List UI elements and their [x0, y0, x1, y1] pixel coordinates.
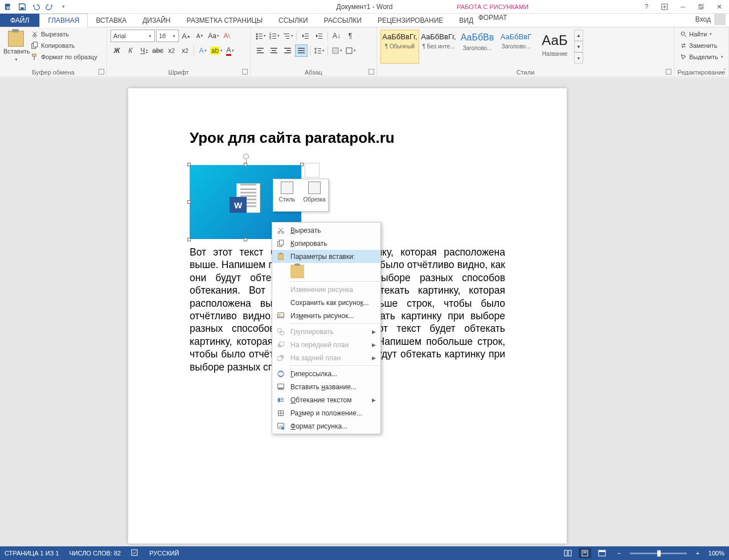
tab-page-layout[interactable]: РАЗМЕТКА СТРАНИЦЫ	[179, 14, 271, 27]
redo-icon[interactable]	[43, 1, 56, 13]
paragraph-dialog-launcher[interactable]	[368, 69, 374, 75]
increase-indent-icon[interactable]	[313, 30, 325, 42]
zoom-out-icon[interactable]: −	[613, 548, 625, 558]
font-dialog-launcher[interactable]	[242, 69, 248, 75]
svg-rect-33	[257, 52, 264, 53]
tab-references[interactable]: ССЫЛКИ	[271, 14, 316, 27]
show-marks-icon[interactable]: ¶	[344, 30, 357, 42]
find-button[interactable]: Найти▾	[678, 28, 725, 40]
sb-page[interactable]: СТРАНИЦА 1 ИЗ 1	[5, 550, 59, 557]
subscript-button[interactable]: x2	[165, 44, 178, 57]
italic-button[interactable]: К	[124, 44, 137, 57]
cm-format-picture[interactable]: Формат рисунка...	[272, 419, 380, 433]
style-heading1[interactable]: АаБбВвЗаголово...	[458, 30, 497, 64]
sort-icon[interactable]: A↓	[330, 30, 343, 42]
style-title[interactable]: АаБНазвание	[535, 30, 574, 64]
align-justify-icon[interactable]	[295, 44, 308, 57]
cm-size-position[interactable]: Размер и положение...	[272, 406, 380, 419]
align-right-icon[interactable]	[281, 44, 294, 57]
cm-edit-picture[interactable]: Изменить рисунок...	[272, 309, 380, 322]
style-heading2[interactable]: АаБбВвГЗаголово...	[497, 30, 535, 64]
resize-handle-b[interactable]	[244, 238, 247, 241]
resize-handle-bl[interactable]	[187, 238, 191, 241]
svg-rect-9	[34, 56, 35, 60]
font-color-icon[interactable]: A▾	[224, 44, 236, 57]
replace-button[interactable]: Заменить	[678, 40, 725, 51]
save-icon[interactable]	[16, 1, 28, 13]
shading-icon[interactable]: ▾	[330, 44, 343, 57]
cut-button[interactable]: Вырезать	[31, 28, 103, 40]
zoom-in-icon[interactable]: +	[691, 548, 704, 558]
minimize-icon[interactable]: ─	[675, 1, 690, 13]
maximize-icon[interactable]	[694, 1, 708, 13]
tab-insert[interactable]: ВСТАВКА	[88, 14, 134, 27]
change-case-icon[interactable]: Aa▾	[207, 30, 220, 42]
help-icon[interactable]: ?	[639, 1, 654, 13]
bold-button[interactable]: Ж	[110, 44, 123, 57]
clipboard-dialog-launcher[interactable]	[99, 69, 104, 75]
tab-format[interactable]: ФОРМАТ	[456, 14, 530, 22]
styles-scroll[interactable]: ▲▼▾	[574, 30, 583, 64]
underline-button[interactable]: Ч▾	[138, 44, 150, 57]
zoom-slider[interactable]	[630, 553, 687, 554]
shrink-font-icon[interactable]: A▼	[194, 30, 206, 42]
tab-review[interactable]: РЕЦЕНЗИРОВАНИЕ	[370, 14, 451, 27]
mini-crop-button[interactable]: Обрезка	[301, 179, 328, 211]
word-icon[interactable]: W	[2, 1, 15, 13]
decrease-indent-icon[interactable]	[299, 30, 312, 42]
multilevel-list-icon[interactable]: ▾	[281, 30, 294, 42]
rotate-handle[interactable]	[243, 154, 249, 159]
cm-wrap-text[interactable]: Обтекание текстом▶	[272, 393, 380, 406]
text-effects-icon[interactable]: A▾	[196, 44, 209, 57]
sb-language[interactable]: РУССКИЙ	[149, 550, 179, 557]
svg-rect-8	[32, 54, 36, 56]
borders-icon[interactable]: ▾	[344, 44, 357, 57]
line-spacing-icon[interactable]: ▾	[313, 44, 325, 57]
zoom-level[interactable]: 100%	[708, 550, 724, 557]
cm-insert-caption[interactable]: Вставить название...	[272, 380, 380, 393]
cm-copy[interactable]: Копировать	[272, 237, 380, 250]
grow-font-icon[interactable]: A▲	[180, 30, 193, 42]
undo-icon[interactable]	[30, 1, 42, 13]
view-web-icon[interactable]	[596, 548, 608, 558]
font-size-combo[interactable]: 18▼	[156, 30, 179, 42]
clear-formatting-icon[interactable]: A⧵	[221, 30, 234, 42]
resize-handle-tr[interactable]	[300, 163, 304, 166]
superscript-button[interactable]: x2	[179, 44, 191, 57]
view-print-icon[interactable]	[579, 548, 591, 558]
styles-dialog-launcher[interactable]	[666, 69, 671, 75]
sb-proofing-icon[interactable]	[131, 549, 139, 558]
qat-customize-icon[interactable]: ▼	[57, 1, 69, 13]
style-normal[interactable]: АаБбВвГг,¶ Обычный	[380, 30, 419, 64]
sb-word-count[interactable]: ЧИСЛО СЛОВ: 82	[69, 550, 121, 557]
cm-paste-keep-source[interactable]	[290, 265, 304, 278]
bullets-icon[interactable]: ▾	[254, 30, 267, 42]
mini-style-button[interactable]: Стиль	[273, 179, 301, 211]
cm-cut[interactable]: Вырезать	[272, 224, 380, 237]
tab-home[interactable]: ГЛАВНАЯ	[39, 14, 88, 27]
collapse-ribbon-icon[interactable]: ˆ	[724, 68, 726, 75]
highlight-icon[interactable]: ab▾	[210, 44, 223, 57]
align-left-icon[interactable]	[254, 44, 267, 57]
numbering-icon[interactable]: 123▾	[268, 30, 280, 42]
resize-handle-tl[interactable]	[187, 163, 191, 166]
style-no-spacing[interactable]: АаБбВвГг,¶ Без инте...	[419, 30, 458, 64]
ribbon-display-icon[interactable]	[657, 1, 672, 13]
cm-hyperlink[interactable]: Гиперссылка...	[272, 367, 380, 380]
format-painter-button[interactable]: Формат по образцу	[31, 51, 103, 63]
login-area[interactable]: Вход	[695, 14, 726, 25]
view-read-icon[interactable]	[562, 548, 574, 558]
strikethrough-button[interactable]: abc	[151, 44, 164, 57]
tab-design[interactable]: ДИЗАЙН	[134, 14, 178, 27]
select-button[interactable]: Выделить▾	[678, 51, 725, 63]
layout-options-button[interactable]	[305, 163, 320, 178]
resize-handle-l[interactable]	[187, 200, 191, 204]
tab-mailings[interactable]: РАССЫЛКИ	[316, 14, 370, 27]
font-name-combo[interactable]: Arial▼	[110, 30, 155, 42]
cm-save-as-picture[interactable]: Сохранить как рисунок...	[272, 296, 380, 309]
resize-handle-t[interactable]	[244, 163, 247, 166]
close-icon[interactable]: ✕	[712, 1, 727, 13]
align-center-icon[interactable]	[268, 44, 280, 57]
copy-button[interactable]: Копировать	[31, 40, 103, 51]
tab-file[interactable]: ФАЙЛ	[0, 14, 39, 27]
